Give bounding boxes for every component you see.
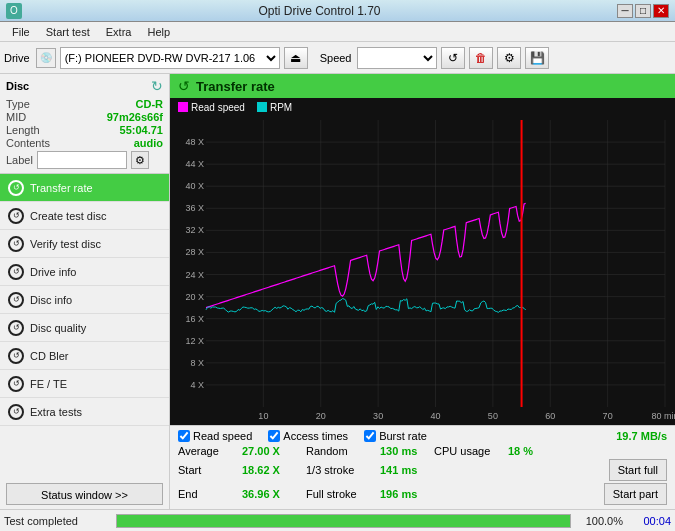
nav-cd-bler[interactable]: ↺ CD Bler xyxy=(0,342,169,370)
nav-cd-bler-label: CD Bler xyxy=(30,350,69,362)
disc-contents-value: audio xyxy=(134,137,163,149)
status-text: Test completed xyxy=(4,515,104,527)
disc-info-icon: ↺ xyxy=(8,292,24,308)
statusbar: Test completed 100.0% 00:04 xyxy=(0,509,675,531)
nav-disc-info-label: Disc info xyxy=(30,294,72,306)
random-label: Random xyxy=(306,445,376,457)
minimize-button[interactable]: ─ xyxy=(617,4,633,18)
nav-create-test-disc[interactable]: ↺ Create test disc xyxy=(0,202,169,230)
nav-fe-te[interactable]: ↺ FE / TE xyxy=(0,370,169,398)
extra-tests-icon: ↺ xyxy=(8,404,24,420)
checkbox-burst-rate[interactable]: Burst rate xyxy=(364,430,427,442)
disc-type-value: CD-R xyxy=(136,98,164,110)
onethird-stroke-label: 1/3 stroke xyxy=(306,464,376,476)
legend-read-speed-color xyxy=(178,102,188,112)
menubar: File Start test Extra Help xyxy=(0,22,675,42)
drive-icon: 💿 xyxy=(36,48,56,68)
nav-drive-info[interactable]: ↺ Drive info xyxy=(0,258,169,286)
transfer-rate-icon: ↺ xyxy=(8,180,24,196)
legend-rpm-color xyxy=(257,102,267,112)
menu-extra[interactable]: Extra xyxy=(98,24,140,40)
full-stroke-label: Full stroke xyxy=(306,488,376,500)
start-label: Start xyxy=(178,464,238,476)
stats-area: Read speed Access times Burst rate 19.7 … xyxy=(170,425,675,509)
menu-start-test[interactable]: Start test xyxy=(38,24,98,40)
nav-create-test-disc-label: Create test disc xyxy=(30,210,106,222)
nav-disc-quality[interactable]: ↺ Disc quality xyxy=(0,314,169,342)
legend-read-speed-label: Read speed xyxy=(191,102,245,113)
nav-verify-test-disc[interactable]: ↺ Verify test disc xyxy=(0,230,169,258)
speed-label: Speed xyxy=(320,52,352,64)
status-window-button[interactable]: Status window >> xyxy=(6,483,163,505)
speed-select[interactable] xyxy=(357,47,437,69)
random-value: 130 ms xyxy=(380,445,430,457)
nav-disc-info[interactable]: ↺ Disc info xyxy=(0,286,169,314)
stats-checkboxes-row: Read speed Access times Burst rate 19.7 … xyxy=(178,430,667,442)
drive-info-icon: ↺ xyxy=(8,264,24,280)
sidebar: Disc ↻ Type CD-R MID 97m26s66f Length 55… xyxy=(0,74,170,509)
time-display: 00:04 xyxy=(631,515,671,527)
legend-read-speed: Read speed xyxy=(178,102,245,113)
cpu-usage-value: 18 % xyxy=(508,445,548,457)
chart-legend: Read speed RPM xyxy=(170,98,675,116)
close-button[interactable]: ✕ xyxy=(653,4,669,18)
refresh-button[interactable]: ↺ xyxy=(441,47,465,69)
disc-refresh-icon[interactable]: ↻ xyxy=(151,78,163,94)
nav-disc-quality-label: Disc quality xyxy=(30,322,86,334)
nav-transfer-rate[interactable]: ↺ Transfer rate xyxy=(0,174,169,202)
full-stroke-value: 196 ms xyxy=(380,488,430,500)
menu-file[interactable]: File xyxy=(4,24,38,40)
verify-test-disc-icon: ↺ xyxy=(8,236,24,252)
nav-extra-tests[interactable]: ↺ Extra tests xyxy=(0,398,169,426)
main-layout: Disc ↻ Type CD-R MID 97m26s66f Length 55… xyxy=(0,74,675,509)
start-full-button[interactable]: Start full xyxy=(609,459,667,481)
window-controls: ─ □ ✕ xyxy=(617,4,669,18)
progress-bar-fill xyxy=(117,515,570,527)
checkbox-access-times[interactable]: Access times xyxy=(268,430,348,442)
stats-row-start: Start 18.62 X 1/3 stroke 141 ms Start fu… xyxy=(178,459,667,481)
fe-te-icon: ↺ xyxy=(8,376,24,392)
chart-title: Transfer rate xyxy=(196,79,275,94)
nav-extra-tests-label: Extra tests xyxy=(30,406,82,418)
disc-length-value: 55:04.71 xyxy=(120,124,163,136)
disc-header: Disc xyxy=(6,80,29,92)
chart-area: ↺ Transfer rate Read speed RPM Read spee… xyxy=(170,74,675,509)
checkbox-burst-rate-input[interactable] xyxy=(364,430,376,442)
average-label: Average xyxy=(178,445,238,457)
checkbox-read-speed[interactable]: Read speed xyxy=(178,430,252,442)
save-button[interactable]: 💾 xyxy=(525,47,549,69)
end-value: 36.96 X xyxy=(242,488,302,500)
progress-percent: 100.0% xyxy=(583,515,623,527)
legend-rpm: RPM xyxy=(257,102,292,113)
menu-help[interactable]: Help xyxy=(139,24,178,40)
checkbox-read-speed-input[interactable] xyxy=(178,430,190,442)
disc-label-settings-button[interactable]: ⚙ xyxy=(131,151,149,169)
legend-rpm-label: RPM xyxy=(270,102,292,113)
erase-button[interactable]: 🗑 xyxy=(469,47,493,69)
app-icon: O xyxy=(6,3,22,19)
settings-button[interactable]: ⚙ xyxy=(497,47,521,69)
chart-canvas xyxy=(170,116,675,425)
disc-label-label: Label xyxy=(6,154,33,166)
cd-bler-icon: ↺ xyxy=(8,348,24,364)
disc-panel: Disc ↻ Type CD-R MID 97m26s66f Length 55… xyxy=(0,74,169,174)
window-title: Opti Drive Control 1.70 xyxy=(258,4,380,18)
stats-row-end: End 36.96 X Full stroke 196 ms Start par… xyxy=(178,483,667,505)
disc-label-input[interactable] xyxy=(37,151,127,169)
maximize-button[interactable]: □ xyxy=(635,4,651,18)
stats-row-average: Average 27.00 X Random 130 ms CPU usage … xyxy=(178,445,667,457)
checkbox-access-times-input[interactable] xyxy=(268,430,280,442)
drive-select[interactable]: (F:) PIONEER DVD-RW DVR-217 1.06 xyxy=(60,47,280,69)
nav-fe-te-label: FE / TE xyxy=(30,378,67,390)
disc-contents-label: Contents xyxy=(6,137,50,149)
disc-mid-value: 97m26s66f xyxy=(107,111,163,123)
chart-container xyxy=(170,116,675,425)
nav-verify-test-disc-label: Verify test disc xyxy=(30,238,101,250)
start-part-button[interactable]: Start part xyxy=(604,483,667,505)
disc-type-label: Type xyxy=(6,98,30,110)
stats-table: Average 27.00 X Random 130 ms CPU usage … xyxy=(178,445,667,505)
toolbar: Drive 💿 (F:) PIONEER DVD-RW DVR-217 1.06… xyxy=(0,42,675,74)
burst-rate-display: 19.7 MB/s xyxy=(616,430,667,442)
eject-button[interactable]: ⏏ xyxy=(284,47,308,69)
stats-table-row: Average 27.00 X Random 130 ms CPU usage … xyxy=(178,445,667,505)
